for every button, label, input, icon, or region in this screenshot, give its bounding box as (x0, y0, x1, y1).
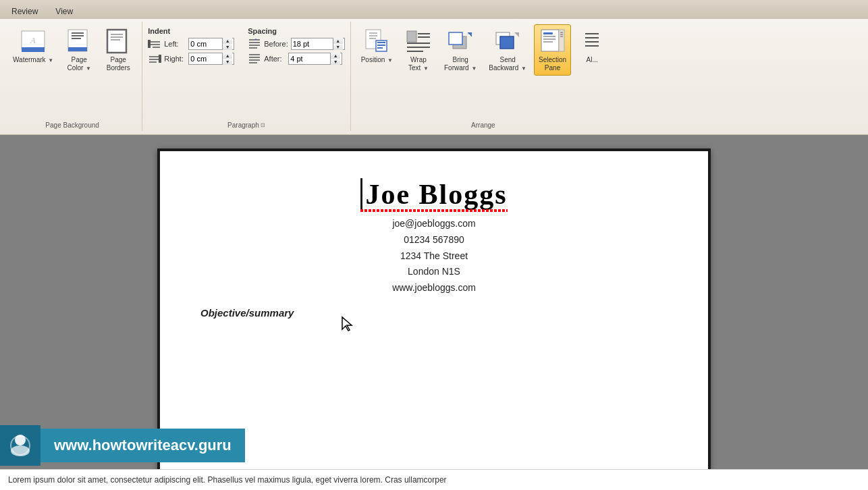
indent-right-up[interactable]: ▲ (223, 53, 232, 59)
indent-right-down[interactable]: ▼ (223, 59, 232, 65)
spacing-after-icon (248, 53, 261, 64)
indent-left-row: Left: 0 cm ▲ ▼ (148, 38, 234, 50)
svg-rect-6 (72, 38, 81, 39)
banner-url: www.howtowriteacv.guru (40, 429, 245, 462)
logo-icon (5, 431, 35, 460)
contact-website: www.joebloggs.com (200, 280, 668, 296)
svg-marker-50 (514, 32, 519, 37)
arrange-group: Position ▼ WrapText ▼ (351, 22, 616, 131)
svg-rect-12 (148, 40, 151, 48)
align-icon (584, 28, 600, 54)
svg-rect-2 (22, 47, 45, 52)
spacing-after-up[interactable]: ▲ (331, 53, 340, 59)
page-background-group: A Watermark ▼ (3, 22, 142, 131)
wrap-text-label: WrapText ▼ (408, 56, 429, 72)
position-icon (364, 28, 389, 54)
svg-rect-33 (369, 38, 376, 39)
svg-rect-35 (377, 42, 385, 43)
position-button[interactable]: Position ▼ (356, 24, 398, 67)
svg-rect-37 (377, 47, 383, 49)
indent-right-label: Right: (164, 55, 186, 63)
svg-rect-4 (72, 32, 84, 34)
indent-title: Indent (148, 27, 234, 35)
svg-rect-9 (111, 34, 123, 35)
contact-phone: 01234 567890 (200, 232, 668, 248)
spacing-after-label: After: (264, 55, 286, 63)
watermark-button[interactable]: A Watermark ▼ (8, 24, 58, 67)
send-backward-button[interactable]: SendBackward ▼ (484, 24, 531, 76)
page-background-label: Page Background (45, 121, 99, 129)
indent-left-input[interactable]: 0 cm ▲ ▼ (188, 38, 234, 50)
spacing-before-label: Before: (264, 40, 288, 48)
tab-review[interactable]: Review (3, 3, 47, 19)
svg-rect-36 (377, 45, 385, 46)
contact-email: joe@joebloggs.com (200, 216, 668, 232)
watermark-icon: A (20, 28, 46, 54)
send-backward-icon (495, 28, 520, 54)
selection-pane-icon (540, 28, 566, 54)
document-contact: joe@joebloggs.com 01234 567890 1234 The … (200, 216, 668, 296)
page-borders-icon (105, 28, 131, 54)
svg-rect-54 (543, 38, 555, 40)
align-button[interactable]: Al... (574, 24, 610, 67)
svg-rect-7 (68, 47, 87, 51)
indent-right-input[interactable]: 0 cm ▲ ▼ (188, 53, 234, 65)
spacing-before-input[interactable]: 18 pt ▲ ▼ (291, 38, 345, 50)
indent-right-icon (148, 53, 161, 64)
contact-address2: London N1S (200, 264, 668, 280)
paragraph-label: Paragraph (227, 121, 259, 129)
svg-rect-56 (559, 30, 564, 51)
wrap-text-button[interactable]: WrapText ▼ (400, 24, 437, 76)
banner-logo (0, 425, 40, 466)
contact-address1: 1234 The Street (200, 248, 668, 265)
watermark-label: Watermark ▼ (13, 56, 53, 64)
svg-rect-16 (159, 55, 161, 63)
spell-check-underline (360, 209, 507, 212)
svg-text:A: A (30, 35, 36, 45)
svg-rect-49 (500, 36, 514, 49)
svg-rect-38 (407, 31, 416, 42)
svg-rect-5 (72, 35, 84, 36)
spacing-after-down[interactable]: ▼ (331, 59, 340, 65)
align-label: Al... (586, 56, 597, 64)
bottom-banner: www.howtowriteacv.guru (0, 425, 245, 466)
svg-rect-31 (369, 32, 377, 34)
spacing-after-row: After: 4 pt ▲ ▼ (248, 53, 344, 65)
indent-left-up[interactable]: ▲ (223, 38, 232, 44)
spacing-before-down[interactable]: ▼ (333, 44, 343, 50)
lorem-bar: Lorem ipsum dolor sit amet, consectetur … (0, 469, 868, 490)
position-label: Position ▼ (361, 56, 393, 64)
paragraph-expand[interactable]: ⊡ (261, 122, 265, 128)
page-color-button[interactable]: PageColor ▼ (61, 24, 97, 76)
document-name: Joe Bloggs (360, 178, 507, 211)
svg-marker-24 (254, 38, 257, 40)
page-color-icon (66, 28, 92, 54)
section-title: Objective/summary (200, 307, 668, 319)
document-area: Joe Bloggs joe@joebloggs.com 01234 56789… (0, 135, 868, 490)
indent-left-down[interactable]: ▼ (223, 44, 232, 50)
bring-forward-icon (447, 28, 473, 54)
send-backward-label: SendBackward ▼ (489, 56, 526, 72)
svg-rect-52 (543, 32, 553, 34)
svg-rect-53 (543, 36, 555, 37)
spacing-after-input[interactable]: 4 pt ▲ ▼ (288, 53, 342, 65)
spacing-title: Spacing (248, 27, 344, 35)
page-color-label: PageColor ▼ (67, 56, 91, 72)
page-borders-button[interactable]: PageBorders (100, 24, 136, 76)
spacing-column: Spacing Before: 18 pt (248, 27, 344, 66)
bring-forward-label: BringForward ▼ (444, 56, 477, 72)
document-name-wrapper: Joe Bloggs (360, 178, 507, 211)
svg-rect-11 (111, 39, 120, 40)
wrap-text-icon (406, 28, 431, 54)
document-page[interactable]: Joe Bloggs joe@joebloggs.com 01234 56789… (157, 148, 711, 472)
spacing-before-up[interactable]: ▲ (333, 38, 343, 44)
svg-rect-32 (369, 35, 377, 36)
paragraph-group: Indent Left: 0 cm ▲ (142, 22, 350, 131)
indent-left-label: Left: (164, 40, 186, 48)
bring-forward-button[interactable]: BringForward ▼ (439, 24, 481, 76)
tab-view[interactable]: View (47, 3, 82, 19)
selection-pane-button[interactable]: SelectionPane (534, 24, 571, 76)
spacing-before-row: Before: 18 pt ▲ ▼ (248, 38, 344, 50)
spacing-before-icon (248, 38, 261, 49)
indent-left-icon (148, 38, 161, 49)
